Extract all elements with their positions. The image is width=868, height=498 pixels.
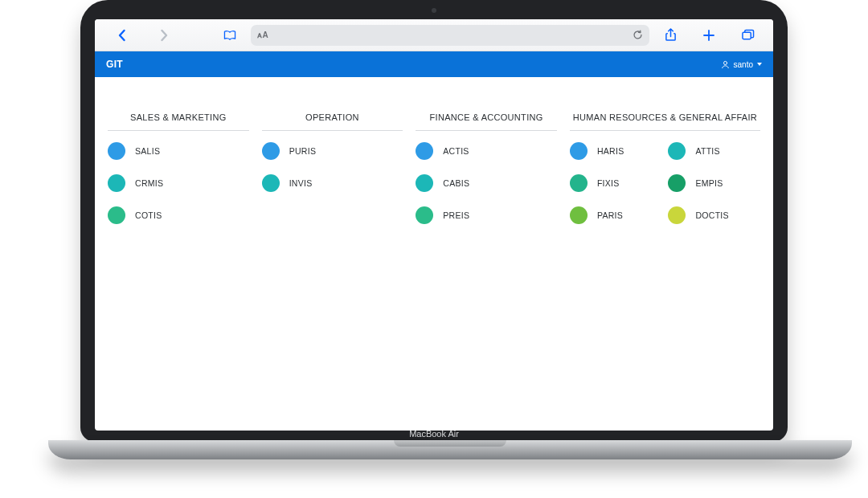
module-item[interactable]: EMPIS: [668, 174, 760, 192]
user-menu[interactable]: santo: [721, 60, 762, 69]
module-color-dot: [570, 206, 588, 224]
module-color-dot: [668, 142, 686, 160]
tabs-button[interactable]: [730, 24, 765, 47]
column-title: HUMAN RESOURCES & GENERAL AFFAIR: [570, 112, 760, 131]
module-label: PARIS: [597, 210, 623, 220]
module-item[interactable]: INVIS: [262, 174, 403, 192]
content: SALES & MARKETINGSALISCRMISCOTISOPERATIO…: [95, 77, 773, 431]
module-item[interactable]: HARIS: [570, 142, 662, 160]
module-color-dot: [416, 174, 433, 192]
screen-bezel: ᴀA: [80, 0, 788, 442]
module-color-dot: [416, 142, 433, 160]
screen: ᴀA: [95, 19, 773, 431]
bookmarks-button[interactable]: [212, 24, 248, 47]
column-items: ACTISCABISPREIS: [416, 131, 557, 224]
module-color-dot: [108, 206, 125, 224]
laptop-base: [48, 440, 852, 459]
module-color-dot: [570, 174, 588, 192]
module-item[interactable]: ACTIS: [416, 142, 557, 160]
module-color-dot: [570, 142, 588, 160]
svg-rect-2: [742, 32, 750, 39]
address-bar[interactable]: ᴀA: [251, 25, 649, 46]
share-icon: [665, 28, 677, 42]
module-item[interactable]: FIXIS: [570, 174, 662, 192]
user-name: santo: [734, 60, 753, 69]
column-items: SALISCRMISCOTIS: [108, 131, 249, 224]
app-header: GIT santo: [95, 51, 773, 77]
module-item[interactable]: CRMIS: [108, 174, 249, 192]
laptop-frame: ᴀA: [48, 0, 820, 459]
user-icon: [721, 60, 730, 69]
module-column: OPERATIONPURISINVIS: [262, 112, 403, 192]
module-item[interactable]: PARIS: [570, 206, 662, 224]
module-item[interactable]: DOCTIS: [668, 206, 760, 224]
browser-toolbar: ᴀA: [95, 19, 773, 51]
device-label: MacBook Air: [409, 429, 459, 439]
module-label: PREIS: [443, 210, 469, 220]
reader-button[interactable]: ᴀA: [257, 31, 268, 39]
module-color-dot: [668, 174, 686, 192]
book-icon: [223, 30, 237, 41]
svg-point-3: [723, 61, 727, 64]
chevron-right-icon: [159, 29, 169, 42]
module-label: ATTIS: [695, 146, 719, 156]
camera: [432, 8, 436, 13]
module-label: EMPIS: [695, 178, 723, 188]
column-title: FINANCE & ACCOUNTING: [416, 112, 557, 131]
new-tab-button[interactable]: [691, 24, 727, 47]
reload-button[interactable]: [633, 30, 643, 40]
chevron-left-icon: [117, 29, 127, 42]
module-item[interactable]: ATTIS: [668, 142, 760, 160]
tabs-icon: [741, 29, 755, 41]
module-label: DOCTIS: [695, 210, 728, 220]
module-color-dot: [262, 142, 280, 160]
module-column: SALES & MARKETINGSALISCRMISCOTIS: [108, 112, 249, 224]
module-label: SALIS: [135, 146, 160, 156]
module-color-dot: [108, 142, 125, 160]
module-label: FIXIS: [597, 178, 620, 188]
module-item[interactable]: SALIS: [108, 142, 249, 160]
module-item[interactable]: PREIS: [416, 206, 557, 224]
module-item[interactable]: COTIS: [108, 206, 249, 224]
module-item[interactable]: CABIS: [416, 174, 557, 192]
column-items: HARISATTISFIXISEMPISPARISDOCTIS: [570, 131, 760, 224]
module-color-dot: [262, 174, 280, 192]
module-label: HARIS: [597, 146, 624, 156]
module-label: PURIS: [289, 146, 317, 156]
forward-button[interactable]: [145, 24, 183, 47]
module-column: HUMAN RESOURCES & GENERAL AFFAIRHARISATT…: [570, 112, 760, 224]
app-title: GIT: [106, 59, 123, 70]
module-label: CRMIS: [135, 178, 163, 188]
module-color-dot: [668, 206, 686, 224]
module-color-dot: [108, 174, 125, 192]
column-title: OPERATION: [262, 112, 403, 131]
column-title: SALES & MARKETING: [108, 112, 249, 131]
module-color-dot: [416, 206, 433, 224]
column-items: PURISINVIS: [262, 131, 403, 192]
module-item[interactable]: PURIS: [262, 142, 403, 160]
module-label: ACTIS: [443, 146, 469, 156]
back-button[interactable]: [103, 24, 141, 47]
module-column: FINANCE & ACCOUNTINGACTISCABISPREIS: [416, 112, 557, 224]
reload-icon: [633, 30, 643, 40]
caret-down-icon: [757, 63, 762, 66]
module-label: INVIS: [289, 178, 313, 188]
module-columns: SALES & MARKETINGSALISCRMISCOTISOPERATIO…: [108, 112, 760, 224]
share-button[interactable]: [653, 24, 688, 47]
module-label: COTIS: [135, 210, 162, 220]
module-label: CABIS: [443, 178, 469, 188]
plus-icon: [702, 29, 715, 42]
